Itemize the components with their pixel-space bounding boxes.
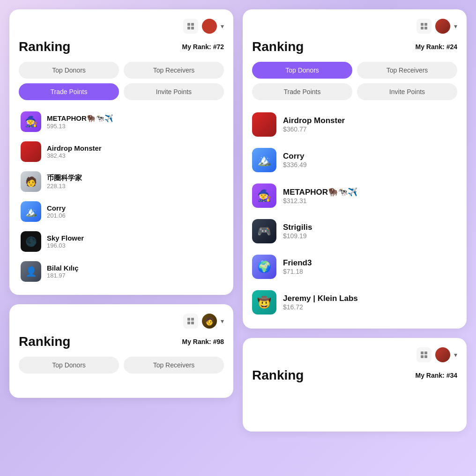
ranking-title-tl: Ranking <box>19 39 70 54</box>
donor-lg-item-4: 🌍 Friend3 $71.18 <box>252 250 457 284</box>
ranking-title-row-bl: Ranking My Rank: #98 <box>19 334 224 349</box>
tabs-row1-tl: Top Donors Top Receivers <box>19 62 224 79</box>
tab-top-receivers-tr[interactable]: Top Receivers <box>357 62 457 79</box>
donor-list-tr: Airdrop Monster $360.77 🏔️ Corry $336.49… <box>252 108 457 319</box>
donor-lg-info-4: Friend3 $71.18 <box>283 258 312 275</box>
tab-top-donors-bl[interactable]: Top Donors <box>19 357 119 373</box>
svg-rect-5 <box>191 318 194 321</box>
card-top-right: ▾ Ranking My Rank: #24 Top Donors Top Re… <box>243 9 467 329</box>
donor-lg-avatar-3: 🎮 <box>252 219 276 243</box>
donor-lg-name-4: Friend3 <box>283 258 312 268</box>
donor-name-0: METAPHOR🦬🐄✈️ <box>47 114 113 123</box>
tab-top-donors-tl[interactable]: Top Donors <box>19 62 119 79</box>
tab-top-receivers-tl[interactable]: Top Receivers <box>124 62 224 79</box>
donor-amount-1: 382.43 <box>47 152 102 159</box>
donor-lg-amount-3: $109.19 <box>283 232 312 240</box>
donor-lg-avatar-1: 🏔️ <box>252 148 276 172</box>
svg-rect-2 <box>187 27 190 29</box>
donor-amount-3: 201.06 <box>47 212 66 219</box>
donor-name-2: 币圈科学家 <box>47 174 82 183</box>
donor-lg-info-5: Jeremy | Klein Labs $16.72 <box>283 294 358 311</box>
tabs-row1-tr: Top Donors Top Receivers <box>252 62 457 79</box>
donor-amount-2: 228.13 <box>47 183 82 190</box>
ranking-title-row-br: Ranking My Rank: #34 <box>252 368 457 383</box>
donor-info-5: Bilal Kılıç 181.97 <box>47 264 79 279</box>
donor-lg-item-2: 🧙 METAPHOR🦬🐄✈️ $312.31 <box>252 179 457 212</box>
donor-name-5: Bilal Kılıç <box>47 264 79 272</box>
avatar-tl[interactable] <box>202 19 217 34</box>
donor-item-2: 🧑 币圈科学家 228.13 <box>19 168 224 196</box>
svg-rect-3 <box>191 27 194 29</box>
donor-lg-avatar-5: 🤠 <box>252 290 276 315</box>
donor-item-0: 🧙 METAPHOR🦬🐄✈️ 595.13 <box>19 108 224 136</box>
chevron-icon-br[interactable]: ▾ <box>454 351 457 359</box>
donor-lg-avatar-4: 🌍 <box>252 255 276 279</box>
chevron-icon-tl[interactable]: ▾ <box>221 22 224 30</box>
donor-lg-item-1: 🏔️ Corry $336.49 <box>252 143 457 177</box>
card-bottom-right: ▾ Ranking My Rank: #34 <box>243 338 467 432</box>
my-rank-br: My Rank: #34 <box>416 372 457 379</box>
donor-lg-item-0: Airdrop Monster $360.77 <box>252 108 457 141</box>
tab-invite-points-tl[interactable]: Invite Points <box>124 83 224 100</box>
donor-lg-item-5: 🤠 Jeremy | Klein Labs $16.72 <box>252 286 457 319</box>
svg-rect-10 <box>421 27 424 29</box>
donor-lg-amount-4: $71.18 <box>283 268 312 275</box>
right-column: ▾ Ranking My Rank: #24 Top Donors Top Re… <box>243 9 467 467</box>
card-bottom-left: 🧑 ▾ Ranking My Rank: #98 Top Donors Top … <box>9 304 233 398</box>
grid-icon-tl[interactable] <box>183 19 198 34</box>
donor-lg-info-3: Strigilis $109.19 <box>283 223 312 240</box>
card-header-tr: ▾ <box>252 19 457 34</box>
donor-item-1: Airdrop Monster 382.43 <box>19 138 224 166</box>
my-rank-tr: My Rank: #24 <box>416 43 457 51</box>
donor-lg-amount-0: $360.77 <box>283 125 345 133</box>
ranking-title-row-tl: Ranking My Rank: #72 <box>19 39 224 54</box>
left-column: ▾ Ranking My Rank: #72 Top Donors Top Re… <box>9 9 233 467</box>
donor-info-4: Sky Flower 196.03 <box>47 234 84 249</box>
card-top-left: ▾ Ranking My Rank: #72 Top Donors Top Re… <box>9 9 233 295</box>
svg-rect-0 <box>187 23 190 26</box>
donor-amount-4: 196.03 <box>47 242 84 249</box>
svg-rect-1 <box>191 23 194 26</box>
tab-top-receivers-bl[interactable]: Top Receivers <box>124 357 224 373</box>
ranking-title-row-tr: Ranking My Rank: #24 <box>252 39 457 54</box>
tab-top-donors-tr[interactable]: Top Donors <box>252 62 352 79</box>
tab-invite-points-tr[interactable]: Invite Points <box>357 83 457 100</box>
donor-lg-avatar-2: 🧙 <box>252 183 276 208</box>
avatar-br[interactable] <box>435 347 450 362</box>
donor-name-1: Airdrop Monster <box>47 144 102 152</box>
donor-lg-info-1: Corry $336.49 <box>283 152 307 168</box>
donor-lg-name-5: Jeremy | Klein Labs <box>283 294 358 303</box>
donor-avatar-4: 🌑 <box>21 231 41 252</box>
donor-name-4: Sky Flower <box>47 234 84 242</box>
donor-avatar-2: 🧑 <box>21 171 41 192</box>
svg-rect-12 <box>421 352 424 354</box>
donor-info-0: METAPHOR🦬🐄✈️ 595.13 <box>47 114 113 130</box>
svg-rect-6 <box>187 322 190 324</box>
chevron-icon-bl[interactable]: ▾ <box>221 317 224 325</box>
tabs-row2-tl: Trade Points Invite Points <box>19 83 224 100</box>
grid-icon-bl[interactable] <box>183 314 198 329</box>
grid-icon-br[interactable] <box>416 347 431 362</box>
donor-info-1: Airdrop Monster 382.43 <box>47 144 102 159</box>
chevron-icon-tr[interactable]: ▾ <box>454 22 457 30</box>
donor-lg-name-3: Strigilis <box>283 223 312 232</box>
donor-info-3: Corry 201.06 <box>47 204 66 219</box>
avatar-bl[interactable]: 🧑 <box>202 314 217 329</box>
svg-rect-7 <box>191 322 194 324</box>
donor-avatar-5: 👤 <box>21 261 41 282</box>
grid-icon-tr[interactable] <box>416 19 431 34</box>
donor-lg-name-1: Corry <box>283 152 307 161</box>
bottom-tabs-bl: Top Donors Top Receivers <box>19 357 224 373</box>
ranking-title-br: Ranking <box>252 368 304 383</box>
tab-trade-points-tr[interactable]: Trade Points <box>252 83 352 100</box>
avatar-tr[interactable] <box>435 19 450 34</box>
svg-rect-8 <box>421 23 424 26</box>
donor-avatar-3: 🏔️ <box>21 201 41 222</box>
tabs-row2-tr: Trade Points Invite Points <box>252 83 457 100</box>
donor-amount-0: 595.13 <box>47 123 113 130</box>
svg-rect-4 <box>187 318 190 321</box>
tab-trade-points-tl[interactable]: Trade Points <box>19 83 119 100</box>
donor-lg-amount-5: $16.72 <box>283 303 358 311</box>
donor-lg-avatar-0 <box>252 112 276 137</box>
donor-lg-name-2: METAPHOR🦬🐄✈️ <box>283 187 357 197</box>
